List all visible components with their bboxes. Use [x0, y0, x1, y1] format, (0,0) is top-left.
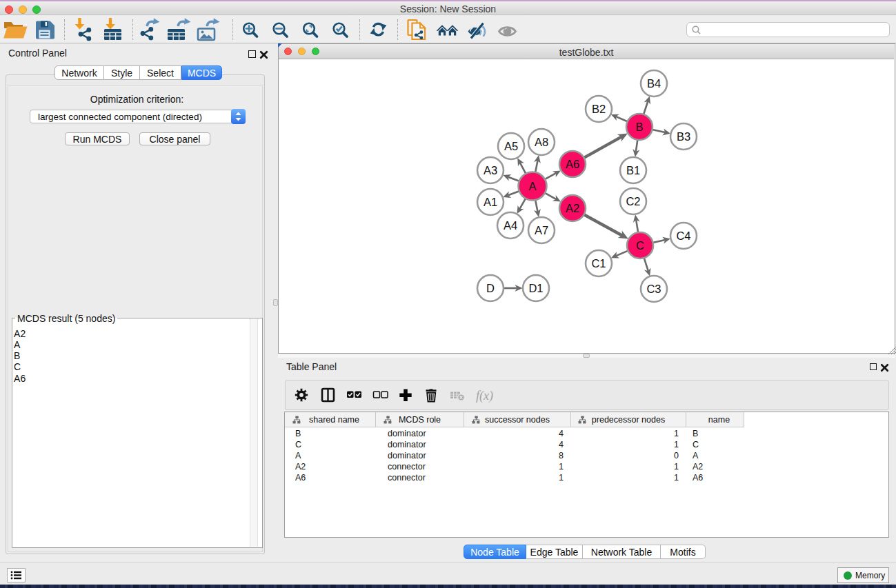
svg-text:B3: B3: [677, 130, 690, 143]
svg-text:C: C: [636, 239, 644, 252]
svg-text:D1: D1: [528, 282, 543, 294]
svg-text:A6: A6: [566, 158, 579, 170]
svg-text:A4: A4: [504, 219, 517, 232]
svg-text:A7: A7: [535, 224, 548, 236]
svg-text:D: D: [486, 282, 495, 294]
svg-text:A3: A3: [484, 164, 497, 176]
svg-text:A5: A5: [504, 140, 518, 152]
svg-text:B2: B2: [592, 103, 606, 115]
svg-text:B: B: [635, 121, 643, 133]
svg-text:C4: C4: [676, 230, 690, 242]
svg-text:f(x): f(x): [476, 389, 493, 403]
svg-text:B4: B4: [647, 77, 661, 90]
svg-text:C3: C3: [646, 283, 661, 295]
svg-text:A2: A2: [566, 202, 579, 214]
svg-text:A8: A8: [535, 136, 548, 148]
svg-text:C1: C1: [591, 257, 606, 270]
svg-text:B1: B1: [626, 164, 640, 176]
svg-text:A1: A1: [484, 196, 497, 208]
svg-text:A: A: [528, 180, 536, 192]
svg-text:C2: C2: [626, 195, 640, 207]
